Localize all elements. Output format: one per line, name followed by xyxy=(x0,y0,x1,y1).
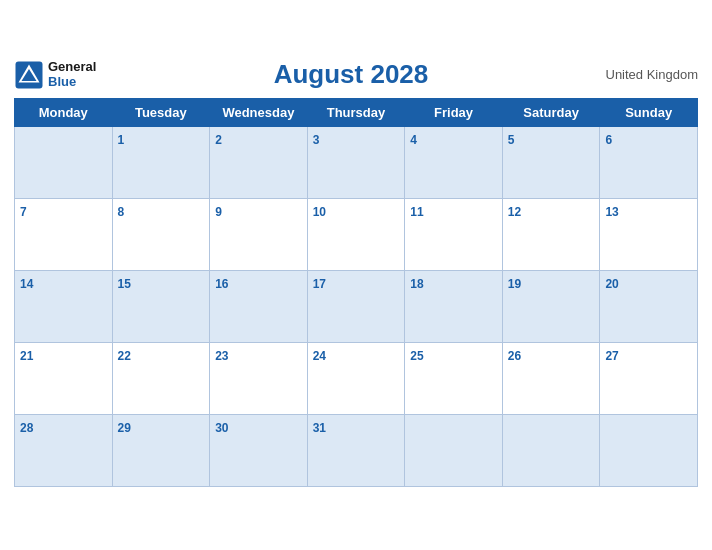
calendar-cell: 6 xyxy=(600,127,698,199)
day-number: 10 xyxy=(313,205,326,219)
day-number: 26 xyxy=(508,349,521,363)
calendar-cell xyxy=(405,415,503,487)
day-number: 4 xyxy=(410,133,417,147)
calendar-cell xyxy=(15,127,113,199)
day-number: 24 xyxy=(313,349,326,363)
day-number: 31 xyxy=(313,421,326,435)
calendar-cell: 28 xyxy=(15,415,113,487)
generalblue-logo-icon xyxy=(14,60,44,90)
day-number: 6 xyxy=(605,133,612,147)
calendar-cell: 3 xyxy=(307,127,405,199)
day-number: 20 xyxy=(605,277,618,291)
calendar-row-3: 21222324252627 xyxy=(15,343,698,415)
calendar-cell: 12 xyxy=(502,199,600,271)
day-number: 25 xyxy=(410,349,423,363)
calendar-cell: 19 xyxy=(502,271,600,343)
day-number: 29 xyxy=(118,421,131,435)
header-monday: Monday xyxy=(15,99,113,127)
day-number: 16 xyxy=(215,277,228,291)
calendar-cell: 17 xyxy=(307,271,405,343)
header-friday: Friday xyxy=(405,99,503,127)
calendar-cell: 11 xyxy=(405,199,503,271)
day-number: 9 xyxy=(215,205,222,219)
logo-text: General Blue xyxy=(48,60,96,89)
calendar-cell: 16 xyxy=(210,271,308,343)
day-number: 2 xyxy=(215,133,222,147)
calendar-cell: 5 xyxy=(502,127,600,199)
logo-area: General Blue xyxy=(14,60,96,90)
day-number: 7 xyxy=(20,205,27,219)
calendar-cell: 27 xyxy=(600,343,698,415)
day-number: 30 xyxy=(215,421,228,435)
calendar-row-4: 28293031 xyxy=(15,415,698,487)
header-thursday: Thursday xyxy=(307,99,405,127)
calendar-wrapper: General Blue August 2028 United Kingdom … xyxy=(0,49,712,501)
calendar-cell: 23 xyxy=(210,343,308,415)
calendar-cell: 9 xyxy=(210,199,308,271)
day-number: 1 xyxy=(118,133,125,147)
country-label: United Kingdom xyxy=(606,67,699,82)
day-number: 5 xyxy=(508,133,515,147)
header-tuesday: Tuesday xyxy=(112,99,210,127)
calendar-table: Monday Tuesday Wednesday Thursday Friday… xyxy=(14,98,698,487)
day-number: 13 xyxy=(605,205,618,219)
day-number: 21 xyxy=(20,349,33,363)
calendar-cell: 8 xyxy=(112,199,210,271)
day-number: 11 xyxy=(410,205,423,219)
calendar-cell: 7 xyxy=(15,199,113,271)
logo-general: General xyxy=(48,60,96,74)
day-number: 17 xyxy=(313,277,326,291)
calendar-cell: 4 xyxy=(405,127,503,199)
calendar-cell: 1 xyxy=(112,127,210,199)
calendar-cell: 22 xyxy=(112,343,210,415)
calendar-cell: 24 xyxy=(307,343,405,415)
day-number: 12 xyxy=(508,205,521,219)
day-number: 28 xyxy=(20,421,33,435)
calendar-cell: 18 xyxy=(405,271,503,343)
day-number: 15 xyxy=(118,277,131,291)
calendar-cell: 25 xyxy=(405,343,503,415)
calendar-cell: 14 xyxy=(15,271,113,343)
calendar-header: General Blue August 2028 United Kingdom xyxy=(14,59,698,90)
day-number: 19 xyxy=(508,277,521,291)
calendar-cell: 26 xyxy=(502,343,600,415)
day-number: 14 xyxy=(20,277,33,291)
calendar-cell: 13 xyxy=(600,199,698,271)
calendar-title: August 2028 xyxy=(96,59,605,90)
logo-blue: Blue xyxy=(48,75,96,89)
day-number: 18 xyxy=(410,277,423,291)
calendar-cell: 15 xyxy=(112,271,210,343)
day-number: 27 xyxy=(605,349,618,363)
calendar-cell: 21 xyxy=(15,343,113,415)
day-number: 22 xyxy=(118,349,131,363)
header-sunday: Sunday xyxy=(600,99,698,127)
calendar-row-2: 14151617181920 xyxy=(15,271,698,343)
calendar-cell xyxy=(502,415,600,487)
calendar-cell: 20 xyxy=(600,271,698,343)
day-number: 3 xyxy=(313,133,320,147)
day-number: 8 xyxy=(118,205,125,219)
calendar-cell xyxy=(600,415,698,487)
calendar-row-1: 78910111213 xyxy=(15,199,698,271)
calendar-cell: 10 xyxy=(307,199,405,271)
calendar-row-0: 123456 xyxy=(15,127,698,199)
header-saturday: Saturday xyxy=(502,99,600,127)
calendar-cell: 2 xyxy=(210,127,308,199)
day-number: 23 xyxy=(215,349,228,363)
header-wednesday: Wednesday xyxy=(210,99,308,127)
calendar-cell: 30 xyxy=(210,415,308,487)
calendar-cell: 29 xyxy=(112,415,210,487)
calendar-cell: 31 xyxy=(307,415,405,487)
calendar-body: 1234567891011121314151617181920212223242… xyxy=(15,127,698,487)
weekday-header-row: Monday Tuesday Wednesday Thursday Friday… xyxy=(15,99,698,127)
